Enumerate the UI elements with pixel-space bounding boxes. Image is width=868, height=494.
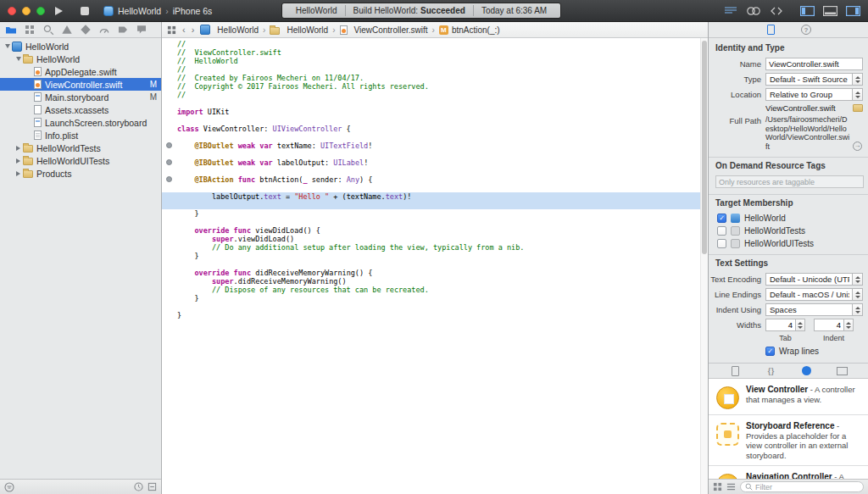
tree-item-Products[interactable]: Products <box>0 167 161 180</box>
tab-width-stepper[interactable] <box>765 319 805 331</box>
code-line-21[interactable]: } <box>162 209 700 218</box>
navigator-tab-find[interactable] <box>41 23 56 37</box>
navigator-tab-debug[interactable] <box>97 23 112 37</box>
location-select[interactable]: Relative to Group <box>765 88 863 101</box>
filter-icon[interactable] <box>4 482 14 492</box>
breakpoint-gutter[interactable] <box>162 277 177 286</box>
choose-location-folder-icon[interactable] <box>853 104 863 112</box>
code-line-18[interactable] <box>162 184 700 192</box>
editor-scrollbar[interactable] <box>700 38 708 494</box>
version-editor-button[interactable] <box>766 4 787 18</box>
code-line-27[interactable] <box>162 260 700 269</box>
breakpoint-gutter[interactable] <box>162 82 177 91</box>
tree-item-HelloWorldUITests[interactable]: HelloWorldUITests <box>0 154 161 167</box>
zoom-button[interactable] <box>36 7 45 15</box>
breakpoint-gutter[interactable] <box>162 48 177 57</box>
tree-item-AppDelegate.swift[interactable]: AppDelegate.swift <box>0 65 161 78</box>
resource-tags-input[interactable] <box>715 175 864 188</box>
navigator-tab-test[interactable] <box>78 23 93 37</box>
disclosure-triangle-icon[interactable] <box>3 44 12 48</box>
breakpoint-gutter[interactable] <box>162 125 177 133</box>
library-tab-object[interactable] <box>795 364 817 378</box>
disclosure-triangle-icon[interactable] <box>14 57 23 61</box>
target-checkbox[interactable] <box>717 226 726 236</box>
navigator-tab-issue[interactable] <box>59 23 75 37</box>
library-filter-field[interactable] <box>740 481 864 492</box>
disclosure-triangle-icon[interactable] <box>14 146 23 151</box>
forward-button[interactable]: › <box>192 25 195 35</box>
code-line-26[interactable]: } <box>162 252 700 260</box>
breakpoint-gutter[interactable] <box>162 184 177 192</box>
breakpoint-gutter[interactable] <box>162 311 177 319</box>
code-line-22[interactable] <box>162 218 700 226</box>
source-control-filter-icon[interactable] <box>147 482 157 491</box>
code-line-9[interactable]: import UIKit <box>162 108 700 116</box>
jumpbar-segment[interactable]: ViewController.swift <box>340 25 428 35</box>
tree-item-Info.plist[interactable]: Info.plist <box>0 129 161 142</box>
breakpoint-gutter[interactable] <box>162 252 177 260</box>
assistant-editor-button[interactable] <box>743 4 764 18</box>
breakpoint-gutter[interactable] <box>162 40 177 48</box>
wrap-lines-checkbox[interactable] <box>765 347 775 356</box>
line-endings-select[interactable]: Default - macOS / Unix (LF) <box>765 288 863 301</box>
breakpoint-gutter[interactable] <box>162 133 177 142</box>
minimize-button[interactable] <box>22 7 31 15</box>
code-line-23[interactable]: override func viewDidLoad() { <box>162 226 700 235</box>
tree-item-LaunchScreen.storyboard[interactable]: LaunchScreen.storyboard <box>0 116 161 129</box>
breakpoint-gutter[interactable] <box>162 218 177 226</box>
related-items-button[interactable] <box>167 25 176 35</box>
breakpoint-gutter[interactable] <box>162 201 177 209</box>
breakpoint-gutter[interactable] <box>162 150 177 158</box>
code-line-5[interactable]: // Created by Fairoos Mecheri on 11/04/1… <box>162 74 700 82</box>
breakpoint-gutter[interactable] <box>162 108 177 116</box>
breakpoint-gutter[interactable] <box>162 269 177 277</box>
library-tab-file-template[interactable] <box>724 364 746 378</box>
code-line-19[interactable]: labelOutput.text = "Hello " + (textName.… <box>162 192 700 201</box>
toggle-inspector-button[interactable] <box>843 4 863 18</box>
code-line-13[interactable]: @IBOutlet weak var textName: UITextField… <box>162 142 700 150</box>
tree-item-HelloWorldTests[interactable]: HelloWorldTests <box>0 142 161 154</box>
quick-help-tab[interactable]: ? <box>794 23 818 37</box>
code-line-16[interactable] <box>162 167 700 175</box>
breakpoint-gutter[interactable] <box>162 235 177 243</box>
jumpbar-segment[interactable]: HelloWorld <box>270 25 328 35</box>
code-line-6[interactable]: // Copyright © 2017 Fairoos Mecheri. All… <box>162 82 700 91</box>
back-button[interactable]: ‹ <box>182 25 186 35</box>
disclosure-triangle-icon[interactable] <box>14 171 23 176</box>
breakpoint-gutter[interactable] <box>162 175 177 184</box>
code-line-2[interactable]: // ViewController.swift <box>162 48 700 57</box>
code-line-17[interactable]: @IBAction func btnAction(_ sender: Any) … <box>162 175 700 184</box>
text-encoding-select[interactable]: Default - Unicode (UTF-8) <box>765 273 863 286</box>
code-line-11[interactable]: class ViewController: UIViewController { <box>162 125 700 133</box>
indent-using-select[interactable]: Spaces <box>765 303 863 316</box>
toggle-debug-area-button[interactable] <box>820 4 840 18</box>
code-line-15[interactable]: @IBOutlet weak var labelOutput: UILabel! <box>162 158 700 167</box>
target-checkbox[interactable] <box>717 239 726 248</box>
tree-item-ViewController.swift[interactable]: ViewController.swiftM <box>0 78 161 91</box>
stop-button[interactable] <box>81 7 89 15</box>
disclosure-triangle-icon[interactable] <box>14 158 23 164</box>
list-view-icon[interactable] <box>726 482 736 491</box>
stepper-arrows-icon[interactable] <box>844 319 854 331</box>
code-line-14[interactable] <box>162 150 700 158</box>
breakpoint-gutter[interactable] <box>162 57 177 65</box>
file-inspector-tab[interactable] <box>759 23 782 37</box>
close-button[interactable] <box>8 7 16 15</box>
code-line-10[interactable] <box>162 116 700 125</box>
tree-item-Main.storyboard[interactable]: Main.storyboardM <box>0 91 161 103</box>
recent-files-filter-icon[interactable] <box>134 482 143 491</box>
code-line-33[interactable]: } <box>162 311 700 319</box>
open-path-arrow-icon[interactable]: → <box>853 142 862 151</box>
library-tab-code-snippet[interactable]: { } <box>760 364 782 378</box>
navigator-tab-symbol[interactable] <box>22 23 37 37</box>
code-line-8[interactable] <box>162 99 700 108</box>
breakpoint-gutter[interactable] <box>162 142 177 150</box>
library-tab-media[interactable] <box>831 364 853 378</box>
target-checkbox[interactable] <box>717 214 726 223</box>
standard-editor-button[interactable] <box>721 4 741 18</box>
code-line-28[interactable]: override func didReceiveMemoryWarning() … <box>162 269 700 277</box>
breakpoint-gutter[interactable] <box>162 243 177 252</box>
library-item[interactable]: Navigation Controller - A controller tha… <box>709 466 868 479</box>
breakpoint-gutter[interactable] <box>162 303 177 311</box>
breakpoint-gutter[interactable] <box>162 209 177 218</box>
